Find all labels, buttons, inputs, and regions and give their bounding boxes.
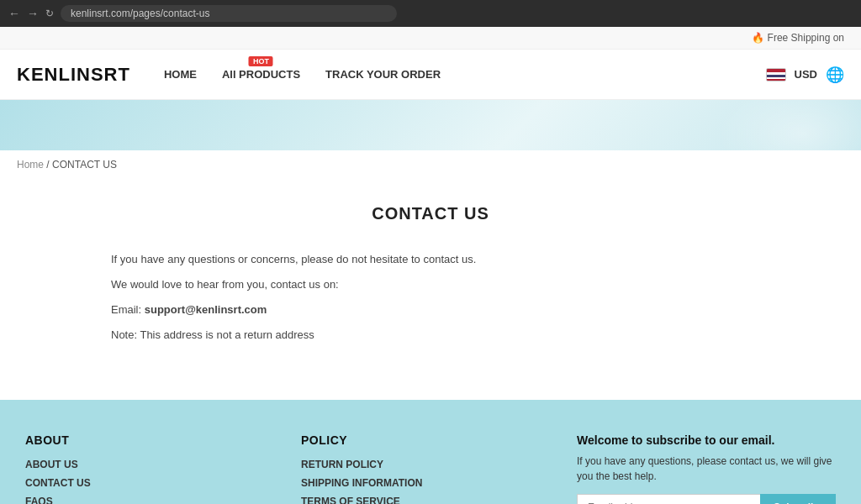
subscribe-desc: If you have any questions, please contac… (577, 454, 836, 484)
promo-text: Free Shipping on (768, 32, 844, 44)
footer-terms[interactable]: TERMS OF SERVICE (301, 496, 560, 504)
footer-faqs[interactable]: FAQS (25, 496, 284, 504)
email-label: Email: (111, 303, 141, 316)
breadcrumb-home[interactable]: Home (17, 159, 44, 171)
footer-policy-section: POLICY RETURN POLICY SHIPPING INFORMATIO… (301, 433, 560, 504)
promo-bar: 🔥 Free Shipping on (0, 27, 861, 50)
email-value: support@kenlinsrt.com (145, 303, 267, 316)
hot-badge: HOT (249, 56, 273, 66)
us-flag-icon (766, 68, 786, 81)
contact-body: If you have any questions or concerns, p… (111, 249, 750, 346)
footer-policy-title: POLICY (301, 433, 560, 447)
url-text: kenlinsrt.com/pages/contact-us (71, 8, 209, 19)
subscribe-title: Welcome to subscribe to our email. (577, 433, 836, 447)
breadcrumb-current: CONTACT US (52, 159, 117, 171)
site-header: KENLINSRT HOME HOT All PRODUCTS TRACK YO… (0, 50, 861, 100)
header-right: USD 🌐 (766, 66, 844, 84)
site-footer: ABOUT ABOUT US CONTACT US FAQS TRACK YOU… (0, 400, 861, 504)
nav-home[interactable]: HOME (164, 68, 197, 81)
contact-line2: We would love to hear from you, contact … (111, 274, 750, 296)
nav-track-order[interactable]: TRACK YOUR ORDER (325, 68, 441, 81)
footer-return-policy[interactable]: RETURN POLICY (301, 459, 560, 470)
footer-subscribe-section: Welcome to subscribe to our email. If yo… (577, 433, 836, 504)
subscribe-button[interactable]: Subscribe (760, 494, 836, 504)
url-bar[interactable]: kenlinsrt.com/pages/contact-us (61, 5, 397, 22)
contact-note: Note: This address is not a return addre… (111, 324, 750, 346)
main-content: CONTACT US If you have any questions or … (94, 179, 767, 400)
footer-about-title: ABOUT (25, 433, 284, 447)
footer-grid: ABOUT ABOUT US CONTACT US FAQS TRACK YOU… (25, 433, 836, 504)
footer-about-us[interactable]: ABOUT US (25, 459, 284, 470)
breadcrumb: Home / CONTACT US (0, 150, 861, 179)
contact-line1: If you have any questions or concerns, p… (111, 249, 750, 270)
nav-all-products-label: All PRODUCTS (222, 68, 300, 81)
back-button[interactable]: ← (8, 7, 20, 20)
footer-about-section: ABOUT ABOUT US CONTACT US FAQS TRACK YOU… (25, 433, 284, 504)
main-nav: HOME HOT All PRODUCTS TRACK YOUR ORDER (164, 68, 766, 81)
refresh-button[interactable]: ↻ (45, 8, 54, 19)
hero-banner (0, 100, 861, 150)
footer-contact-us[interactable]: CONTACT US (25, 477, 284, 489)
subscribe-email-input[interactable] (577, 494, 760, 504)
subscribe-form: Subscribe (577, 494, 836, 504)
site-logo[interactable]: KENLINSRT (17, 64, 130, 86)
contact-email-line: Email: support@kenlinsrt.com (111, 299, 750, 321)
forward-button[interactable]: → (27, 7, 39, 20)
globe-icon[interactable]: 🌐 (826, 66, 844, 84)
nav-all-products[interactable]: HOT All PRODUCTS (222, 68, 300, 81)
contact-title: CONTACT US (111, 204, 750, 223)
fire-icon: 🔥 (752, 32, 764, 44)
browser-chrome: ← → ↻ kenlinsrt.com/pages/contact-us (0, 0, 861, 27)
footer-shipping-info[interactable]: SHIPPING INFORMATION (301, 477, 560, 489)
currency-label[interactable]: USD (795, 68, 817, 81)
